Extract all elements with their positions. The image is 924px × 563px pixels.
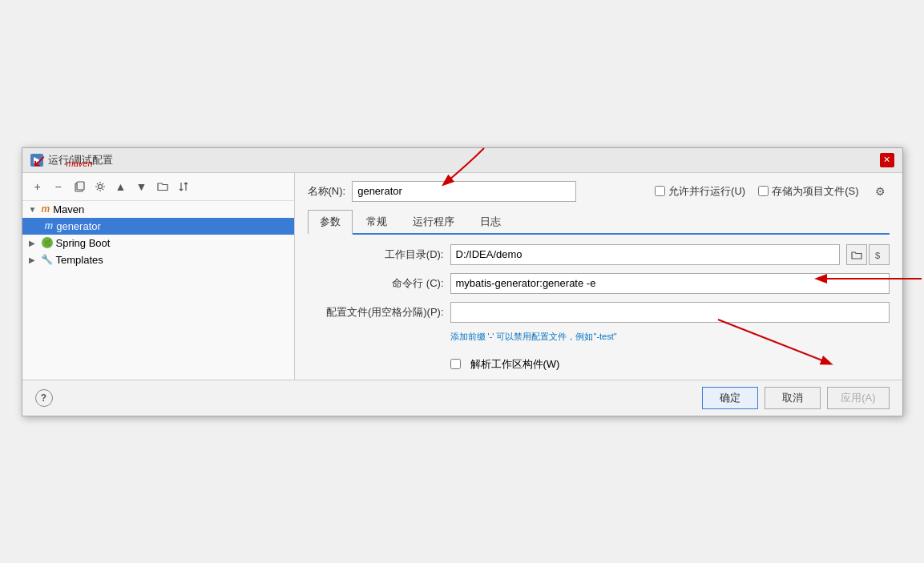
spring-icon: 🌿	[42, 237, 53, 248]
down-button[interactable]: ▼	[133, 178, 151, 195]
tree-item-templates[interactable]: ▶ 🔧 Templates	[22, 251, 294, 268]
title-bar-left: ▶ 运行/调试配置	[30, 153, 114, 167]
tab-general[interactable]: 常规	[354, 210, 399, 233]
resolve-label: 解析工作区构件(W)	[470, 357, 560, 372]
dialog-title: 运行/调试配置	[48, 153, 114, 167]
hint-text: 添加前缀 '-' 可以禁用配置文件，例如"-test"	[450, 331, 890, 343]
tabs-row: 参数 常规 运行程序 日志	[308, 210, 890, 235]
wrench-icon: 🔧	[42, 254, 53, 265]
allow-parallel-label: 允许并行运行(U)	[668, 184, 745, 199]
templates-label: Templates	[56, 254, 103, 266]
add-button[interactable]: +	[29, 178, 46, 195]
apply-button[interactable]: 应用(A)	[827, 387, 889, 409]
name-field-label: 名称(N):	[308, 184, 346, 199]
command-label: 命令行 (C):	[308, 276, 444, 291]
store-file-checkbox-item: 存储为项目文件(S)	[758, 184, 858, 199]
variable-icon: $	[874, 249, 885, 260]
name-row: 名称(N): 允许并行运行(U) 存储为项目文件(S) ⚙	[308, 181, 890, 202]
spring-boot-label: Spring Boot	[56, 237, 111, 249]
tree-item-spring-boot[interactable]: ▶ 🌿 Spring Boot	[22, 235, 294, 251]
tab-params[interactable]: 参数	[308, 210, 353, 235]
workdir-label: 工作目录(D):	[308, 247, 444, 262]
cancel-button[interactable]: 取消	[765, 387, 821, 409]
folder-button[interactable]	[154, 178, 171, 195]
close-button[interactable]: ✕	[880, 153, 894, 167]
bottom-bar: ? 确定 取消 应用(A)	[22, 380, 902, 416]
folder-icon	[157, 182, 168, 191]
name-input[interactable]	[352, 181, 576, 202]
store-file-label: 存储为项目文件(S)	[772, 184, 858, 199]
store-settings-btn[interactable]: ⚙	[872, 183, 890, 200]
toolbar: ↙ maven + − ▲ ▼	[22, 173, 294, 201]
app-icon: ▶	[30, 154, 43, 167]
workdir-var-btn[interactable]: $	[869, 244, 890, 265]
tree-item-maven[interactable]: ▼ m Maven	[22, 201, 294, 218]
workdir-input[interactable]	[450, 244, 840, 265]
maven-m-icon: m	[42, 203, 50, 215]
store-file-checkbox[interactable]	[758, 186, 769, 196]
expand-icon-maven: ▼	[29, 205, 38, 214]
config-label: 配置文件(用空格分隔)(P):	[308, 305, 444, 320]
resolve-checkbox[interactable]	[450, 359, 461, 369]
expand-icon-spring: ▶	[29, 239, 38, 247]
help-button[interactable]: ?	[35, 389, 53, 407]
workdir-browse-btn[interactable]	[846, 244, 867, 265]
folder-open-icon	[851, 249, 862, 260]
settings-button[interactable]	[91, 178, 109, 195]
up-button[interactable]: ▲	[112, 178, 130, 195]
command-row: 命令行 (C):	[308, 273, 890, 294]
dialog-body: ↙ maven + − ▲ ▼	[22, 173, 902, 380]
tab-runner[interactable]: 运行程序	[401, 210, 466, 233]
form-area: 工作目录(D): $	[308, 244, 890, 372]
left-panel: ↙ maven + − ▲ ▼	[22, 173, 295, 380]
settings-icon	[95, 181, 106, 192]
generator-m-icon: m	[45, 220, 54, 231]
sort-button[interactable]	[175, 178, 192, 195]
workdir-row: 工作目录(D): $	[308, 244, 890, 265]
allow-parallel-checkbox-item: 允许并行运行(U)	[655, 184, 745, 199]
generator-label: generator	[56, 220, 101, 232]
tree-area: ▼ m Maven m generator ▶ 🌿 Spring Boot	[22, 201, 294, 380]
checkboxes: 允许并行运行(U) 存储为项目文件(S) ⚙	[655, 183, 889, 200]
tree-item-generator[interactable]: m generator	[22, 218, 294, 235]
run-debug-dialog: ▶ 运行/调试配置 ✕ ↙ maven + − ▲ ▼	[22, 147, 903, 416]
command-input[interactable]	[450, 273, 890, 294]
config-row: 配置文件(用空格分隔)(P):	[308, 302, 890, 323]
copy-button[interactable]	[71, 178, 88, 195]
svg-text:$: $	[875, 251, 880, 260]
allow-parallel-checkbox[interactable]	[655, 186, 665, 196]
resolve-row: 解析工作区构件(W)	[308, 357, 890, 372]
action-buttons: 确定 取消 应用(A)	[702, 387, 889, 409]
tab-log[interactable]: 日志	[468, 210, 513, 233]
workdir-buttons: $	[846, 244, 890, 265]
svg-rect-1	[77, 182, 84, 190]
maven-group-label: Maven	[53, 203, 84, 215]
title-bar: ▶ 运行/调试配置 ✕	[22, 148, 902, 173]
config-input[interactable]	[450, 302, 890, 323]
ok-button[interactable]: 确定	[702, 387, 758, 409]
sort-icon	[178, 181, 189, 192]
expand-icon-templates: ▶	[29, 255, 38, 264]
remove-button[interactable]: −	[50, 178, 67, 195]
copy-icon	[74, 181, 85, 192]
svg-point-2	[98, 184, 102, 188]
right-panel: 名称(N): 允许并行运行(U) 存储为项目文件(S) ⚙ 参数	[295, 173, 902, 380]
